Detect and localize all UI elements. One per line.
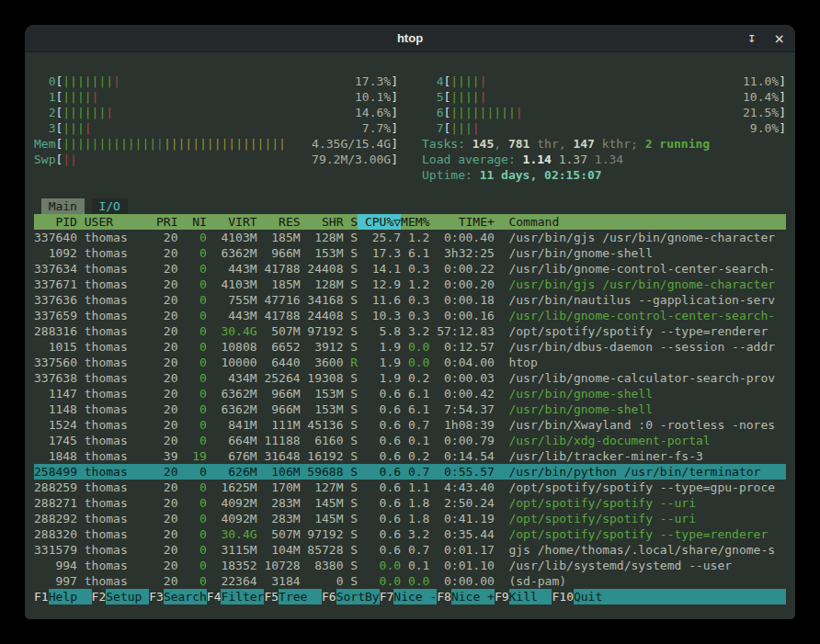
- process-row[interactable]: 997thomas2002236431840S0.00.00:00.00(sd-…: [34, 573, 786, 589]
- meter-value: 7.7%: [362, 120, 391, 136]
- process-row[interactable]: 288320thomas20030.4G507M97192S0.63.20:35…: [34, 526, 786, 542]
- column-header-res[interactable]: RES: [257, 214, 301, 230]
- memory-meter[interactable]: Mem[|||||||||||||||||||||||||||||||4.35G…: [34, 136, 398, 152]
- cell-command: /usr/lib/gnome-calculator-search-prov: [495, 370, 786, 386]
- fn-f5[interactable]: F5Tree: [264, 589, 322, 604]
- process-row[interactable]: 288259thomas2001625M170M127MS0.61.14:43.…: [34, 480, 786, 495]
- swap-meter[interactable]: Swp[||79.2M/3.00G]: [34, 152, 398, 167]
- process-row[interactable]: 337560thomas2001000064403600R1.90.00:04.…: [34, 355, 786, 370]
- cell-state: S: [344, 401, 359, 417]
- process-row[interactable]: 337638thomas200434M2526419308S1.90.20:00…: [34, 370, 786, 386]
- cell-mem: 3.2: [401, 526, 429, 542]
- fn-key-label: F6: [322, 589, 336, 604]
- fn-f9[interactable]: F9Kill: [495, 589, 552, 604]
- process-row[interactable]: 1147thomas2006362M966M153MS0.66.10:00.42…: [34, 386, 786, 401]
- meter-bar-segment: |||||||||: [450, 106, 515, 119]
- column-header-virt[interactable]: VIRT: [207, 214, 257, 230]
- cell-time: 0:14.54: [429, 448, 494, 464]
- process-row[interactable]: 1015thomas2001080866523912S1.90.00:12.57…: [34, 339, 786, 355]
- column-header-time[interactable]: TIME+: [429, 214, 494, 230]
- meter-open-bracket: [: [55, 120, 63, 136]
- cell-pid: 288292: [34, 511, 77, 526]
- fn-key-label: F10: [552, 589, 573, 604]
- process-row[interactable]: 1745thomas200664M111886160S0.60.10:00.79…: [34, 433, 786, 448]
- meter-bar-segment: ||||: [450, 90, 479, 104]
- column-header-mem[interactable]: MEM%: [401, 214, 429, 230]
- column-header-pid[interactable]: PID: [34, 214, 77, 230]
- column-header-user[interactable]: USER: [77, 214, 149, 230]
- tab-main[interactable]: Main: [41, 198, 85, 214]
- meter-bars: |||||||||||||||||||||||||||||||: [63, 136, 312, 152]
- cell-pri: 20: [149, 261, 177, 277]
- process-row[interactable]: 288292thomas2004092M283M145MS0.61.80:41.…: [34, 511, 786, 526]
- cpu-meter-1[interactable]: 1[|||||10.1%]: [34, 89, 398, 105]
- fn-f8[interactable]: F8Nice +: [437, 589, 495, 604]
- column-header-command[interactable]: Command: [495, 214, 786, 230]
- cell-pri: 20: [149, 558, 177, 573]
- cell-user: thomas: [77, 558, 149, 573]
- cell-command: /usr/bin/dbus-daemon --session --addr: [495, 339, 786, 355]
- process-row[interactable]: 1148thomas2006362M966M153MS0.66.17:54.37…: [34, 401, 786, 417]
- process-row[interactable]: 994thomas20018352107288380S0.00.10:01.10…: [34, 558, 786, 573]
- cpu-meter-0[interactable]: 0[||||||||17.3%]: [34, 73, 398, 89]
- cell-user: thomas: [77, 480, 149, 495]
- cell-shr: 3600: [301, 355, 344, 370]
- fn-f6[interactable]: F6SortBy: [322, 589, 380, 604]
- tab-io[interactable]: I/O: [92, 198, 128, 214]
- fn-f1[interactable]: F1Help: [34, 589, 92, 604]
- process-row[interactable]: 258499thomas200626M106M59688S0.60.70:55.…: [34, 464, 786, 480]
- process-row[interactable]: 288271thomas2004092M283M145MS0.61.82:50.…: [34, 495, 786, 511]
- column-header-cpu[interactable]: CPU%▽: [358, 214, 401, 230]
- close-icon[interactable]: ×: [774, 30, 784, 47]
- cell-res: 6440: [257, 355, 301, 370]
- cell-command: /usr/bin/nautilus --gapplication-serv: [495, 292, 786, 308]
- cpu-meter-7[interactable]: 7[||||9.0%]: [422, 120, 786, 136]
- process-row[interactable]: 1848thomas3919676M3164816192S0.60.20:14.…: [34, 448, 786, 464]
- fn-f3[interactable]: F3Search: [149, 589, 207, 604]
- cell-ni: 0: [178, 355, 207, 370]
- column-header-state[interactable]: S: [344, 214, 359, 230]
- htop-terminal: 0[||||||||17.3%]1[|||||10.1%]2[|||||||14…: [25, 52, 795, 604]
- cpu-meter-4[interactable]: 4[|||||11.0%]: [422, 73, 786, 89]
- cpu-meter-3[interactable]: 3[||||7.7%]: [34, 120, 398, 136]
- cpu-meter-5[interactable]: 5[|||||10.4%]: [422, 89, 786, 105]
- process-row[interactable]: 337640thomas2004103M185M128MS25.71.20:00…: [34, 230, 786, 245]
- process-row[interactable]: 337671thomas2004103M185M128MS12.91.20:00…: [34, 277, 786, 292]
- meter-close-bracket: ]: [779, 105, 786, 120]
- tasks-summary-text: ,: [494, 137, 508, 151]
- load-average-text: 1.34: [595, 153, 623, 166]
- column-header-pri[interactable]: PRI: [149, 214, 177, 230]
- cpu-meter-6[interactable]: 6[||||||||||21.5%]: [422, 105, 786, 120]
- process-row[interactable]: 288316thomas20030.4G507M97192S5.83.257:1…: [34, 323, 786, 339]
- process-row[interactable]: 337659thomas200443M4178824408S10.30.30:0…: [34, 308, 786, 323]
- download-icon[interactable]: ↧: [747, 31, 756, 45]
- fn-f2[interactable]: F2Setup: [92, 589, 150, 604]
- cell-user: thomas: [77, 542, 149, 558]
- cell-user: thomas: [77, 526, 149, 542]
- process-row[interactable]: 1524thomas200841M111M45136S0.60.71h08:39…: [34, 417, 786, 433]
- cell-state: S: [344, 323, 359, 339]
- cell-ni: 0: [178, 292, 207, 308]
- cell-mem: 0.1: [401, 558, 429, 573]
- process-row[interactable]: 337634thomas200443M4178824408S14.10.30:0…: [34, 261, 786, 277]
- cell-user: thomas: [77, 464, 149, 480]
- column-header-shr[interactable]: SHR: [301, 214, 344, 230]
- cell-virt: 6362M: [207, 245, 257, 261]
- process-row[interactable]: 337636thomas200755M4771634168S11.60.30:0…: [34, 292, 786, 308]
- fn-action-label: Help: [49, 589, 92, 604]
- cell-command: gjs /home/thomas/.local/share/gnome-s: [495, 542, 786, 558]
- cpu-meter-2[interactable]: 2[|||||||14.6%]: [34, 105, 398, 120]
- fn-f4[interactable]: F4Filter: [207, 589, 265, 604]
- meter-bars: ||||||||: [63, 73, 355, 89]
- cell-cpu: 10.3: [358, 308, 401, 323]
- process-row[interactable]: 1092thomas2006362M966M153MS17.36.13h32:2…: [34, 245, 786, 261]
- process-row[interactable]: 331579thomas2003115M104M85728S0.60.70:01…: [34, 542, 786, 558]
- window-titlebar[interactable]: htop ↧×: [25, 25, 795, 52]
- fn-f10[interactable]: F10Quit: [552, 589, 786, 604]
- fn-f7[interactable]: F7Nice -: [380, 589, 438, 604]
- cell-state: S: [344, 480, 359, 495]
- cell-mem: 0.0: [401, 573, 429, 589]
- cell-ni: 0: [178, 526, 207, 542]
- column-header-ni[interactable]: NI: [178, 214, 207, 230]
- cell-shr: 145M: [301, 495, 344, 511]
